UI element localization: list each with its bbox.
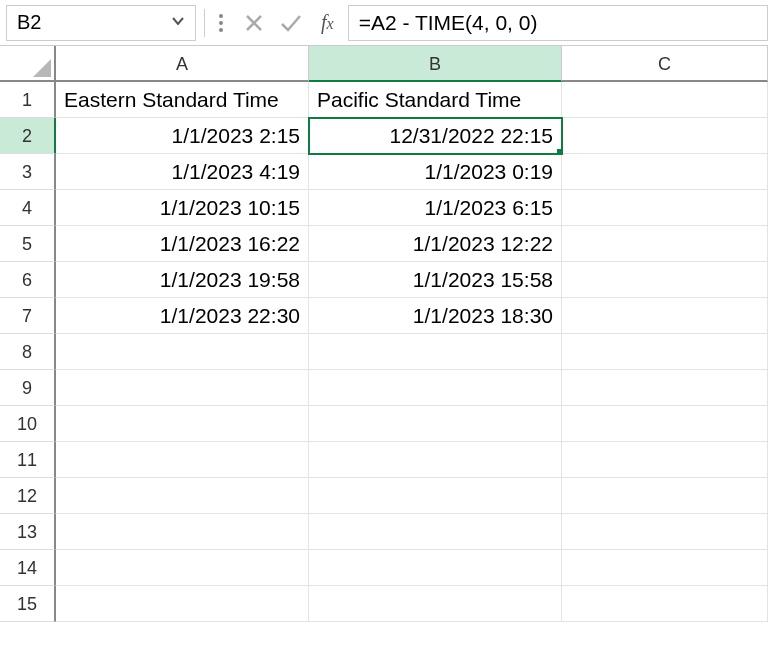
cell-B4[interactable]: 1/1/2023 6:15 bbox=[309, 190, 562, 226]
cell-A4[interactable]: 1/1/2023 10:15 bbox=[56, 190, 309, 226]
cell-A1[interactable]: Eastern Standard Time bbox=[56, 82, 309, 118]
cell-A8[interactable] bbox=[56, 334, 309, 370]
svg-point-0 bbox=[219, 14, 223, 18]
cell-C10[interactable] bbox=[562, 406, 768, 442]
cell-B8[interactable] bbox=[309, 334, 562, 370]
row-header-8[interactable]: 8 bbox=[0, 334, 56, 370]
cell-B3[interactable]: 1/1/2023 0:19 bbox=[309, 154, 562, 190]
column-header-A[interactable]: A bbox=[56, 46, 309, 82]
column-header-B[interactable]: B bbox=[309, 46, 562, 82]
cell-C14[interactable] bbox=[562, 550, 768, 586]
cell-B9[interactable] bbox=[309, 370, 562, 406]
cell-A14[interactable] bbox=[56, 550, 309, 586]
row-header-5[interactable]: 5 bbox=[0, 226, 56, 262]
cell-C4[interactable] bbox=[562, 190, 768, 226]
cell-C11[interactable] bbox=[562, 442, 768, 478]
cancel-icon[interactable] bbox=[243, 12, 265, 34]
formula-text: =A2 - TIME(4, 0, 0) bbox=[359, 11, 538, 35]
cell-A5[interactable]: 1/1/2023 16:22 bbox=[56, 226, 309, 262]
cell-C1[interactable] bbox=[562, 82, 768, 118]
cell-C15[interactable] bbox=[562, 586, 768, 622]
cell-A13[interactable] bbox=[56, 514, 309, 550]
confirm-icon[interactable] bbox=[279, 12, 303, 34]
row-header-10[interactable]: 10 bbox=[0, 406, 56, 442]
svg-point-2 bbox=[219, 28, 223, 32]
cell-C5[interactable] bbox=[562, 226, 768, 262]
formula-actions: fx bbox=[213, 11, 340, 34]
cell-C7[interactable] bbox=[562, 298, 768, 334]
cell-C6[interactable] bbox=[562, 262, 768, 298]
cell-B2[interactable]: 12/31/2022 22:15 bbox=[309, 118, 562, 154]
cell-A15[interactable] bbox=[56, 586, 309, 622]
cell-C12[interactable] bbox=[562, 478, 768, 514]
cell-A11[interactable] bbox=[56, 442, 309, 478]
cell-B10[interactable] bbox=[309, 406, 562, 442]
row-header-1[interactable]: 1 bbox=[0, 82, 56, 118]
row-header-2[interactable]: 2 bbox=[0, 118, 56, 154]
cell-C9[interactable] bbox=[562, 370, 768, 406]
cell-B1[interactable]: Pacific Standard Time bbox=[309, 82, 562, 118]
cell-C8[interactable] bbox=[562, 334, 768, 370]
row-header-9[interactable]: 9 bbox=[0, 370, 56, 406]
cell-B6[interactable]: 1/1/2023 15:58 bbox=[309, 262, 562, 298]
chevron-down-icon[interactable] bbox=[171, 14, 185, 31]
select-all-corner[interactable] bbox=[0, 46, 56, 82]
formula-bar: B2 fx =A2 - TIME(4, 0, 0) bbox=[0, 0, 768, 46]
divider bbox=[204, 9, 205, 37]
cell-A7[interactable]: 1/1/2023 22:30 bbox=[56, 298, 309, 334]
row-header-7[interactable]: 7 bbox=[0, 298, 56, 334]
fx-icon[interactable]: fx bbox=[321, 11, 334, 34]
row-header-6[interactable]: 6 bbox=[0, 262, 56, 298]
cell-C3[interactable] bbox=[562, 154, 768, 190]
cell-B11[interactable] bbox=[309, 442, 562, 478]
name-box-value: B2 bbox=[17, 11, 41, 34]
cell-A2[interactable]: 1/1/2023 2:15 bbox=[56, 118, 309, 154]
cell-B13[interactable] bbox=[309, 514, 562, 550]
cell-C2[interactable] bbox=[562, 118, 768, 154]
cell-B5[interactable]: 1/1/2023 12:22 bbox=[309, 226, 562, 262]
cell-C13[interactable] bbox=[562, 514, 768, 550]
name-box[interactable]: B2 bbox=[6, 5, 196, 41]
row-header-4[interactable]: 4 bbox=[0, 190, 56, 226]
cell-A12[interactable] bbox=[56, 478, 309, 514]
row-header-14[interactable]: 14 bbox=[0, 550, 56, 586]
cell-B12[interactable] bbox=[309, 478, 562, 514]
row-header-11[interactable]: 11 bbox=[0, 442, 56, 478]
row-header-3[interactable]: 3 bbox=[0, 154, 56, 190]
more-icon[interactable] bbox=[213, 13, 229, 33]
formula-input[interactable]: =A2 - TIME(4, 0, 0) bbox=[348, 5, 768, 41]
spreadsheet-grid[interactable]: ABC1Eastern Standard TimePacific Standar… bbox=[0, 46, 768, 622]
cell-A10[interactable] bbox=[56, 406, 309, 442]
row-header-13[interactable]: 13 bbox=[0, 514, 56, 550]
cell-A9[interactable] bbox=[56, 370, 309, 406]
cell-A6[interactable]: 1/1/2023 19:58 bbox=[56, 262, 309, 298]
column-header-C[interactable]: C bbox=[562, 46, 768, 82]
cell-B15[interactable] bbox=[309, 586, 562, 622]
cell-B7[interactable]: 1/1/2023 18:30 bbox=[309, 298, 562, 334]
row-header-12[interactable]: 12 bbox=[0, 478, 56, 514]
svg-point-1 bbox=[219, 21, 223, 25]
row-header-15[interactable]: 15 bbox=[0, 586, 56, 622]
cell-B14[interactable] bbox=[309, 550, 562, 586]
cell-A3[interactable]: 1/1/2023 4:19 bbox=[56, 154, 309, 190]
